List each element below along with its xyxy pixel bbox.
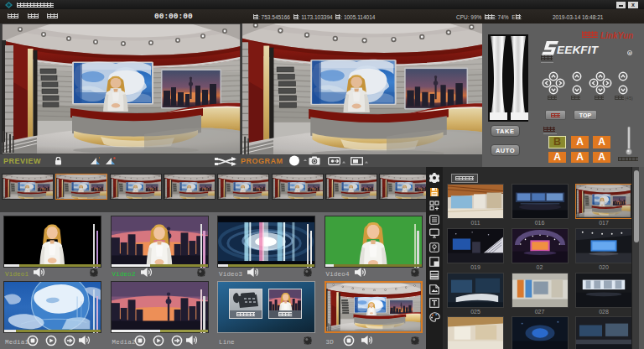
svg-text:EEKFIT: EEKFIT [557,44,600,56]
svg-text:R: R [628,51,631,55]
